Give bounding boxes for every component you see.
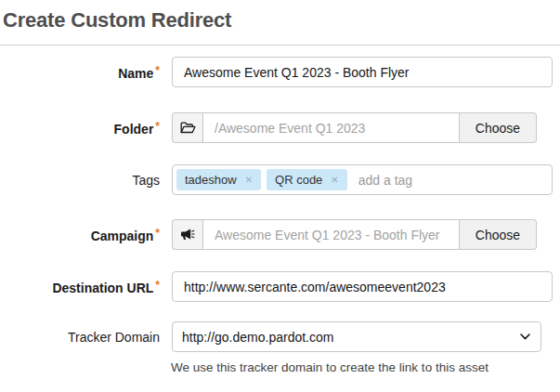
add-tag-placeholder[interactable]: add a tag bbox=[358, 173, 412, 188]
tracker-domain-label-text: Tracker Domain bbox=[68, 330, 160, 345]
remove-tag-icon[interactable]: ✕ bbox=[245, 176, 253, 185]
open-folder-icon bbox=[172, 112, 202, 143]
folder-choose-button[interactable]: Choose bbox=[460, 112, 537, 143]
campaign-label-text: Campaign bbox=[91, 229, 154, 243]
folder-label: Folder* bbox=[0, 120, 160, 137]
destination-url-label-text: Destination URL bbox=[52, 281, 153, 295]
name-label-text: Name bbox=[118, 66, 153, 81]
form-row-destination-url: Destination URL* bbox=[0, 271, 555, 302]
name-label: Name* bbox=[0, 64, 160, 81]
form-row-tags: Tags tadeshow ✕ QR code ✕ add a tag bbox=[0, 164, 555, 195]
remove-tag-icon[interactable]: ✕ bbox=[331, 176, 338, 185]
folder-input-group: Choose bbox=[172, 112, 537, 143]
campaign-label: Campaign* bbox=[0, 227, 160, 243]
tags-label: Tags bbox=[0, 173, 160, 188]
campaign-input[interactable] bbox=[202, 219, 460, 250]
destination-url-input[interactable] bbox=[172, 271, 553, 302]
required-asterisk: * bbox=[155, 64, 160, 77]
tag-pill-tradeshow: tadeshow ✕ bbox=[176, 169, 261, 190]
form-row-tracker-domain: Tracker Domain http://go.demo.pardot.com bbox=[0, 321, 555, 352]
tracker-domain-label: Tracker Domain bbox=[0, 330, 160, 345]
title-divider bbox=[0, 45, 560, 46]
destination-url-label: Destination URL* bbox=[0, 279, 160, 295]
tracker-domain-help-text: We use this tracker domain to create the… bbox=[171, 360, 488, 374]
campaign-choose-button[interactable]: Choose bbox=[460, 219, 537, 250]
name-input[interactable] bbox=[172, 57, 553, 87]
required-asterisk: * bbox=[155, 120, 160, 133]
folder-label-text: Folder bbox=[114, 122, 154, 137]
form-row-campaign: Campaign* Choose bbox=[0, 219, 555, 250]
tracker-domain-select[interactable]: http://go.demo.pardot.com bbox=[172, 321, 541, 352]
tags-input[interactable]: tadeshow ✕ QR code ✕ add a tag bbox=[172, 164, 553, 195]
tags-label-text: Tags bbox=[132, 173, 160, 188]
campaign-input-group: Choose bbox=[172, 219, 537, 250]
tag-text: tadeshow bbox=[185, 173, 237, 187]
form-row-folder: Folder* Choose bbox=[0, 112, 555, 143]
tag-pill-qr-code: QR code ✕ bbox=[267, 169, 347, 190]
required-asterisk: * bbox=[155, 227, 160, 240]
tag-text: QR code bbox=[275, 173, 322, 187]
page-title: Create Custom Redirect bbox=[3, 8, 231, 33]
megaphone-icon bbox=[172, 219, 202, 250]
tracker-domain-select-wrap: http://go.demo.pardot.com bbox=[172, 321, 541, 352]
folder-input[interactable] bbox=[202, 112, 460, 143]
form-row-name: Name* bbox=[0, 57, 555, 87]
create-custom-redirect-page: Create Custom Redirect Name* Folder* Cho… bbox=[0, 0, 560, 392]
required-asterisk: * bbox=[155, 279, 160, 292]
